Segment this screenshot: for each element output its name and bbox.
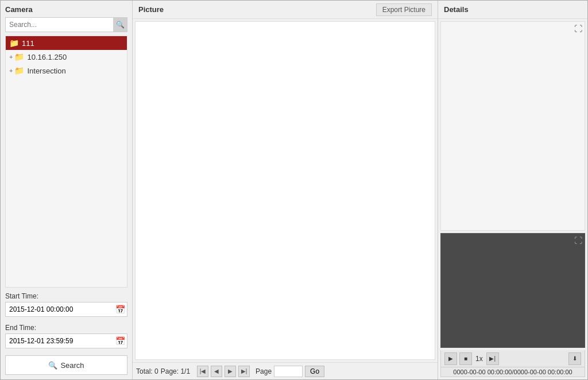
speed-label: 1x bbox=[474, 355, 484, 363]
fullscreen-icon-bottom[interactable]: ⛶ bbox=[574, 236, 582, 245]
fullscreen-icon-top[interactable]: ⛶ bbox=[574, 24, 582, 33]
expand-icon-intersection: + bbox=[9, 67, 13, 74]
camera-tree: 📁 111 + 📁 10.16.1.250 + 📁 Intersection bbox=[5, 36, 127, 288]
main-container: Camera 🔍 📁 111 + 📁 10.16.1.250 + 📁 bbox=[0, 0, 588, 380]
end-time-section: End Time: 📅 bbox=[5, 324, 127, 352]
camera-search-box: 🔍 bbox=[5, 17, 127, 32]
folder-icon-intersection: 📁 bbox=[14, 66, 24, 75]
tree-item-111-label: 111 bbox=[22, 39, 34, 48]
camera-panel-title: Camera bbox=[5, 5, 127, 14]
details-title: Details bbox=[444, 5, 469, 14]
middle-panel: Picture Export Picture Total: 0 Page: 1/… bbox=[133, 1, 438, 379]
search-button[interactable]: 🔍 Search bbox=[5, 355, 127, 375]
tree-item-111[interactable]: 📁 111 bbox=[6, 36, 127, 50]
go-button[interactable]: Go bbox=[305, 366, 324, 377]
tree-item-ip-label: 10.16.1.250 bbox=[27, 53, 67, 61]
page-next-btn[interactable]: ▶ bbox=[225, 366, 236, 377]
playback-controls: ▶ ■ 1x ▶| ⬇ bbox=[440, 350, 585, 367]
download-button[interactable]: ⬇ bbox=[568, 352, 581, 365]
start-time-calendar-btn[interactable]: 📅 bbox=[113, 303, 127, 316]
picture-area bbox=[135, 21, 435, 360]
tree-item-intersection-label: Intersection bbox=[27, 67, 65, 75]
tree-item-ip[interactable]: + 📁 10.16.1.250 bbox=[6, 50, 127, 64]
camera-search-input[interactable] bbox=[6, 20, 113, 30]
page-text-label: Page bbox=[256, 367, 272, 375]
picture-header: Picture Export Picture bbox=[133, 1, 438, 19]
start-time-label: Start Time: bbox=[5, 292, 127, 300]
end-time-calendar-btn[interactable]: 📅 bbox=[113, 334, 127, 348]
details-header: Details bbox=[438, 1, 587, 19]
total-label: Total: 0 bbox=[136, 367, 158, 375]
content-row: Camera 🔍 📁 111 + 📁 10.16.1.250 + 📁 bbox=[1, 1, 587, 379]
export-picture-btn[interactable]: Export Picture bbox=[376, 3, 432, 16]
end-time-label: End Time: bbox=[5, 324, 127, 332]
left-panel: Camera 🔍 📁 111 + 📁 10.16.1.250 + 📁 bbox=[1, 1, 133, 379]
folder-icon-111: 📁 bbox=[9, 38, 19, 48]
start-time-input[interactable] bbox=[6, 304, 113, 315]
search-button-icon: 🔍 bbox=[48, 361, 57, 370]
search-button-label: Search bbox=[60, 361, 84, 370]
page-number-input[interactable] bbox=[274, 366, 303, 377]
end-time-input[interactable] bbox=[6, 336, 113, 346]
tree-item-intersection[interactable]: + 📁 Intersection bbox=[6, 64, 127, 77]
picture-footer: Total: 0 Page: 1/1 |◀ ◀ ▶ ▶| Page Go bbox=[133, 362, 438, 379]
page-prev-btn[interactable]: ◀ bbox=[211, 366, 222, 377]
timestamp-bar: 0000-00-00 00:00:00/0000-00-00 00:00:00 bbox=[440, 367, 585, 377]
picture-title: Picture bbox=[138, 5, 164, 14]
expand-icon-ip: + bbox=[9, 53, 13, 60]
play-button[interactable]: ▶ bbox=[444, 352, 457, 365]
page-first-btn[interactable]: |◀ bbox=[197, 366, 208, 377]
camera-search-icon-btn[interactable]: 🔍 bbox=[113, 18, 127, 32]
start-time-section: Start Time: 📅 bbox=[5, 292, 127, 320]
end-time-input-row: 📅 bbox=[5, 334, 127, 348]
details-image-area: ⛶ bbox=[440, 21, 585, 231]
page-last-btn[interactable]: ▶| bbox=[238, 366, 250, 377]
stop-button[interactable]: ■ bbox=[459, 352, 472, 365]
page-label: Page: 1/1 bbox=[161, 367, 190, 375]
details-video-area: ⛶ bbox=[440, 233, 585, 348]
start-time-input-row: 📅 bbox=[5, 302, 127, 317]
next-frame-button[interactable]: ▶| bbox=[486, 352, 499, 365]
right-panel: Details ⛶ ⛶ ▶ ■ 1x ▶| ⬇ 0000-00-00 00:00… bbox=[438, 1, 587, 379]
folder-icon-ip: 📁 bbox=[14, 52, 24, 61]
